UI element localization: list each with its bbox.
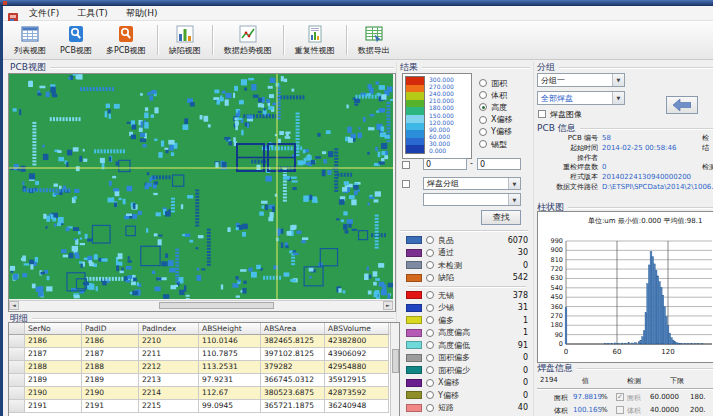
table-cell[interactable]: 36240948 — [325, 400, 389, 413]
column-header[interactable]: PadIndex — [139, 323, 199, 335]
metric-option-3[interactable]: 高度 — [479, 101, 531, 113]
table-row[interactable]: 218721872211110.7875397102.812543906092 — [9, 348, 399, 361]
table-cell[interactable]: 2187 — [82, 348, 139, 361]
legend-radio[interactable] — [426, 379, 434, 387]
legend-item[interactable]: 未检测0 — [406, 259, 528, 272]
table-cell[interactable]: 2214 — [139, 387, 199, 400]
detect-checkbox-checked[interactable]: ✓ — [616, 393, 624, 401]
table-cell[interactable]: 366745.0312 — [261, 374, 325, 387]
metric-radio-3[interactable] — [479, 103, 487, 111]
table-row[interactable]: 21912191221599.0945365721.187536240948 — [9, 400, 399, 413]
scroll-thumb[interactable] — [392, 349, 399, 373]
table-row[interactable]: 218821882212113.253137928242954880 — [9, 361, 399, 374]
range-filter-checkbox[interactable] — [402, 161, 410, 169]
legend-item[interactable]: 通过30 — [406, 247, 528, 260]
metric-radio-4[interactable] — [479, 116, 487, 124]
metric-option-4[interactable]: X偏移 — [479, 114, 531, 126]
table-cell[interactable]: 2215 — [139, 400, 199, 413]
metric-radio-6[interactable] — [479, 140, 487, 148]
table-cell[interactable]: 380523.6875 — [261, 387, 325, 400]
range-to-input[interactable] — [477, 158, 521, 170]
table-row[interactable]: 21892189221397.9231366745.031235912915 — [9, 374, 399, 387]
pad-image-checkbox[interactable] — [538, 110, 546, 118]
table-cell[interactable]: 365721.1875 — [261, 400, 325, 413]
table-cell[interactable]: 43906092 — [325, 348, 389, 361]
pad-filter-combobox[interactable]: 全部焊盘 ▼ — [537, 91, 625, 105]
chevron-down-icon[interactable]: ▼ — [508, 178, 520, 189]
legend-item[interactable]: 少锡31 — [406, 302, 528, 315]
table-cell[interactable]: 379282 — [261, 361, 325, 374]
chevron-down-icon[interactable]: ▼ — [508, 194, 520, 205]
legend-radio[interactable] — [426, 304, 434, 312]
legend-radio[interactable] — [426, 291, 434, 299]
search-button[interactable]: 查找 — [481, 210, 521, 225]
table-cell[interactable]: 2189 — [82, 374, 139, 387]
table-cell[interactable]: 2210 — [139, 335, 199, 348]
table-cell[interactable]: 42873592 — [325, 387, 389, 400]
row-header-cell[interactable] — [9, 400, 25, 413]
row-header-cell[interactable] — [9, 387, 25, 400]
legend-radio[interactable] — [426, 316, 434, 324]
table-cell[interactable]: 97.9231 — [199, 374, 261, 387]
legend-item[interactable]: 短路40 — [406, 402, 528, 415]
range-from-input[interactable] — [423, 158, 467, 170]
table-cell[interactable]: 2213 — [139, 374, 199, 387]
metric-option-2[interactable]: 体积 — [479, 89, 531, 101]
metric-option-6[interactable]: 锡型 — [479, 138, 531, 150]
row-header-cell[interactable] — [9, 374, 25, 387]
pad-group-combobox[interactable]: 焊盘分组 ▼ — [423, 177, 521, 190]
table-cell[interactable]: 2188 — [82, 361, 139, 374]
scroll-right-button[interactable]: ► — [383, 301, 393, 310]
table-cell[interactable]: 110.7875 — [199, 348, 261, 361]
pcb-horizontal-scrollbar[interactable]: ◄ ► — [9, 300, 393, 311]
pad-group-checkbox[interactable] — [402, 180, 410, 188]
legend-radio[interactable] — [426, 366, 434, 374]
legend-radio[interactable] — [426, 261, 434, 269]
scroll-left-button[interactable]: ◄ — [9, 301, 19, 310]
table-cell[interactable]: 2190 — [25, 387, 82, 400]
secondary-combobox[interactable]: ▼ — [423, 193, 521, 206]
table-cell[interactable]: 2187 — [25, 348, 82, 361]
pcb-view-button[interactable]: PCB视图 — [53, 21, 99, 59]
table-cell[interactable]: 2189 — [25, 374, 82, 387]
metric-radio-5[interactable] — [479, 128, 487, 136]
table-row[interactable]: 218621862210110.0146382465.812542382800 — [9, 335, 399, 348]
previous-pcb-button[interactable] — [666, 96, 698, 114]
repeatability-view-button[interactable]: 重复性视图 — [288, 21, 342, 59]
list-view-button[interactable]: 列表视图 — [7, 21, 53, 59]
legend-item[interactable]: 面积偏多0 — [406, 352, 528, 365]
legend-item[interactable]: 偏多1 — [406, 314, 528, 327]
legend-item[interactable]: 面积偏少0 — [406, 364, 528, 377]
legend-radio[interactable] — [426, 404, 434, 412]
row-header-cell[interactable] — [9, 348, 25, 361]
table-cell[interactable]: 112.67 — [199, 387, 261, 400]
pcb-canvas[interactable] — [9, 74, 393, 299]
table-cell[interactable]: 42954880 — [325, 361, 389, 374]
row-header-cell[interactable] — [9, 335, 25, 348]
table-cell[interactable]: 2191 — [25, 400, 82, 413]
table-cell[interactable]: 2212 — [139, 361, 199, 374]
table-cell[interactable]: 2186 — [25, 335, 82, 348]
legend-radio[interactable] — [426, 341, 434, 349]
legend-radio[interactable] — [426, 329, 434, 337]
table-cell[interactable]: 2211 — [139, 348, 199, 361]
column-header[interactable]: ABSArea — [261, 323, 325, 335]
column-header[interactable]: ABSHeight — [199, 323, 261, 335]
legend-radio[interactable] — [426, 391, 434, 399]
legend-item[interactable]: Y偏移0 — [406, 389, 528, 402]
menu-tools[interactable]: 工具(T) — [70, 7, 115, 20]
column-header[interactable]: PadID — [82, 323, 139, 335]
table-vertical-scrollbar[interactable] — [390, 323, 399, 416]
menu-file[interactable]: 文件(F) — [22, 7, 66, 20]
trend-view-button[interactable]: 数据趋势视图 — [217, 21, 279, 59]
table-cell[interactable]: 2188 — [25, 361, 82, 374]
table-cell[interactable]: 110.0146 — [199, 335, 261, 348]
chevron-down-icon[interactable]: ▼ — [612, 74, 624, 86]
table-cell[interactable]: 113.2531 — [199, 361, 261, 374]
data-export-button[interactable]: 数据导出 — [351, 21, 397, 59]
row-header-cell[interactable] — [9, 361, 25, 374]
legend-item[interactable]: 无锡378 — [406, 289, 528, 302]
table-cell[interactable]: 2190 — [82, 387, 139, 400]
chevron-down-icon[interactable]: ▼ — [612, 92, 624, 104]
metric-option-1[interactable]: 面积 — [479, 77, 531, 89]
